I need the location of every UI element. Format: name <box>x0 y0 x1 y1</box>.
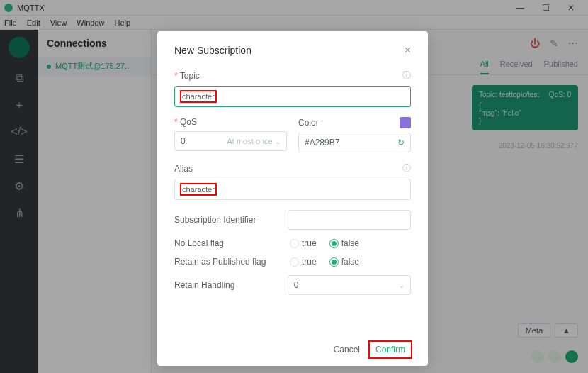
no-local-flag-label: No Local flag <box>174 238 277 248</box>
qos-value: 0 <box>181 136 186 146</box>
topic-label: Topic <box>174 71 200 81</box>
retain-handling-value: 0 <box>294 280 299 290</box>
alias-label: Alias <box>174 164 193 174</box>
no-local-false-radio[interactable]: false <box>329 238 359 248</box>
retain-pub-true-radio[interactable]: true <box>290 257 317 267</box>
chevron-down-icon: ⌄ <box>275 138 281 145</box>
subscription-identifier-input[interactable] <box>288 210 411 230</box>
retain-handling-select[interactable]: 0 ⌄ <box>288 275 411 295</box>
dialog-title: New Subscription <box>174 45 251 56</box>
confirm-button[interactable]: Confirm <box>370 342 411 357</box>
subscription-identifier-label: Subscription Identifier <box>174 215 275 225</box>
qos-subtext: At most once <box>227 137 272 145</box>
alias-info-icon[interactable]: ⓘ <box>402 162 411 174</box>
topic-input[interactable]: character <box>174 86 411 107</box>
color-swatch[interactable] <box>400 117 411 128</box>
alias-value: character <box>181 184 215 194</box>
retain-pub-false-radio[interactable]: false <box>329 257 359 267</box>
topic-info-icon[interactable]: ⓘ <box>402 69 411 82</box>
new-subscription-dialog: New Subscription × Topic ⓘ character QoS… <box>157 31 428 366</box>
chevron-down-icon: ⌄ <box>399 282 405 289</box>
cancel-button[interactable]: Cancel <box>334 345 360 355</box>
alias-input[interactable]: character <box>174 179 411 200</box>
retain-handling-label: Retain Handling <box>174 280 275 290</box>
dialog-close-icon[interactable]: × <box>405 44 411 57</box>
topic-value: character <box>181 91 215 101</box>
retain-as-published-label: Retain as Published flag <box>174 257 277 267</box>
qos-select[interactable]: 0 At most once ⌄ <box>174 131 287 151</box>
no-local-true-radio[interactable]: true <box>290 238 317 248</box>
color-input[interactable]: #A289B7 ↻ <box>298 133 411 152</box>
color-refresh-icon[interactable]: ↻ <box>397 138 405 147</box>
color-label: Color <box>298 118 319 128</box>
qos-label: QoS <box>174 117 197 127</box>
color-value: #A289B7 <box>305 138 339 147</box>
